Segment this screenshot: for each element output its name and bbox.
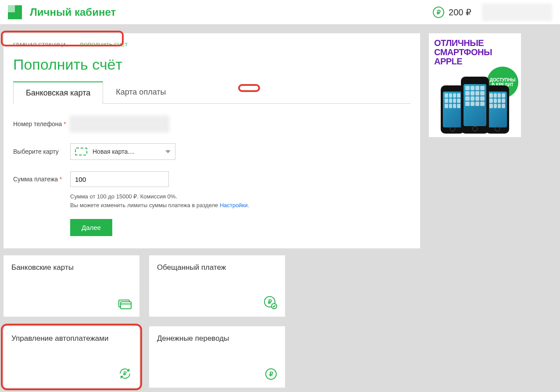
ruble-refresh-icon: ₽: [118, 367, 132, 381]
ad-line-2: СМАРТФОНЫ: [434, 48, 516, 57]
ad-line-1: ОТЛИЧНЫЕ: [434, 39, 516, 48]
svg-rect-1: [121, 302, 131, 309]
tile-title: Банковские карты: [11, 263, 132, 272]
ruble-icon: ₽: [433, 7, 444, 18]
svg-text:₽: ₽: [268, 298, 272, 305]
amount-label: Сумма платежа: [13, 176, 70, 183]
svg-text:₽: ₽: [269, 371, 273, 378]
hint-line-2: Вы можете изменить лимиты суммы платежа …: [70, 202, 220, 208]
tile-autopay[interactable]: Управление автоплатежами ₽: [4, 326, 139, 388]
tab-pay-card[interactable]: Карта оплаты: [103, 81, 178, 103]
phone-label: Номер телефона: [13, 120, 70, 127]
breadcrumb-home[interactable]: ГЛАВНАЯ СТРАНИЦА: [13, 42, 66, 47]
phone-input[interactable]: [70, 116, 169, 132]
ruble-circle-icon: ₽: [265, 368, 277, 381]
tile-transfers[interactable]: Денежные переводы ₽: [149, 326, 285, 388]
svg-text:₽: ₽: [123, 371, 127, 377]
header-user-block: [482, 4, 552, 21]
chevron-down-icon: [165, 150, 171, 153]
submit-button[interactable]: Далее: [70, 219, 112, 236]
ruble-check-icon: ₽: [264, 296, 277, 311]
tile-promised-payment[interactable]: Обещанный платеж ₽: [149, 255, 285, 317]
balance-display: ₽ 200 ₽: [433, 7, 471, 18]
tabs: Банковская карта Карта оплаты: [13, 81, 410, 104]
ad-line-3: APPLE: [434, 57, 516, 66]
top-bar: Личный кабинет ₽ 200 ₽: [0, 0, 560, 25]
page-title: Пополнить счёт: [13, 56, 410, 73]
settings-link[interactable]: Настройки: [220, 202, 248, 208]
ad-badge-line-1: ДОСТУПНЫ: [490, 78, 515, 82]
tiles-grid: Банковские карты Обещанный платеж ₽ Упра…: [4, 255, 420, 388]
ad-banner[interactable]: ОТЛИЧНЫЕ СМАРТФОНЫ APPLE ДОСТУПНЫ В КРЕД…: [429, 33, 521, 137]
tile-title: Обещанный платеж: [157, 263, 277, 272]
hint-line-1: Сумма от 100 до 15000 ₽. Комиссия 0%.: [70, 193, 177, 200]
tile-bank-cards[interactable]: Банковские карты: [4, 255, 139, 317]
main-panel: ГЛАВНАЯ СТРАНИЦА → ПОПОЛНИТЬ СЧЁТ Пополн…: [4, 33, 420, 248]
ad-phones-image: [434, 77, 516, 134]
balance-value: 200 ₽: [449, 7, 471, 18]
annotation-pill: [238, 84, 260, 92]
amount-input[interactable]: [70, 171, 169, 187]
breadcrumb-arrow: →: [71, 42, 76, 47]
card-icon: [118, 299, 132, 311]
card-selected-value: Новая карта....: [93, 148, 135, 155]
tile-title: Денежные переводы: [157, 334, 277, 343]
logo-icon: [8, 5, 22, 19]
site-title: Личный кабинет: [30, 6, 116, 18]
breadcrumb: ГЛАВНАЯ СТРАНИЦА → ПОПОЛНИТЬ СЧЁТ: [13, 42, 410, 47]
amount-hint: Сумма от 100 до 15000 ₽. Комиссия 0%. Вы…: [70, 192, 333, 209]
breadcrumb-current: ПОПОЛНИТЬ СЧЁТ: [80, 42, 128, 47]
tile-title: Управление автоплатежами: [11, 334, 132, 343]
tab-bank-card[interactable]: Банковская карта: [13, 81, 103, 104]
card-select[interactable]: Новая карта....: [70, 143, 175, 160]
card-label: Выберите карту: [13, 148, 70, 155]
new-card-icon: [75, 148, 87, 155]
